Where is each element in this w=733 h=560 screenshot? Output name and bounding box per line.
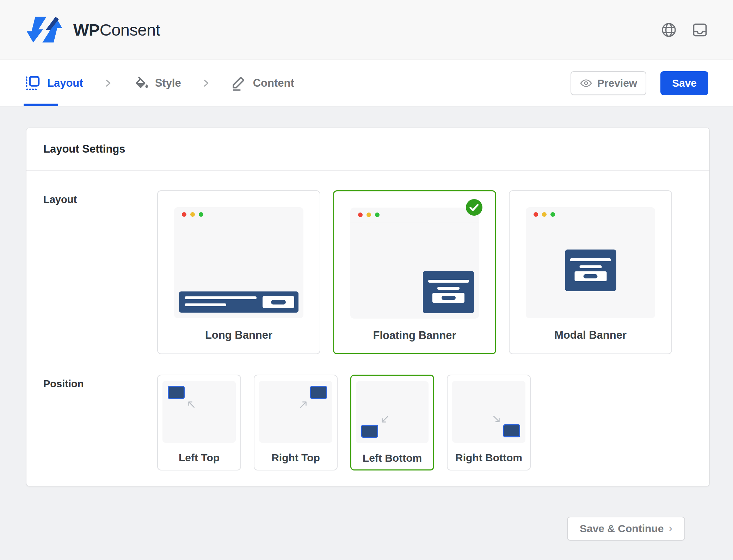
preview-button[interactable]: Preview	[571, 71, 646, 95]
window-dot-green	[550, 212, 555, 217]
position-mockup	[162, 381, 236, 443]
inbox-tray-icon[interactable]	[691, 21, 708, 38]
tabbar-actions: Preview Save	[571, 71, 708, 95]
layout-row: Layout	[43, 190, 692, 354]
save-continue-label: Save & Continue	[580, 523, 664, 535]
position-option-right-bottom[interactable]: Right Bottom	[447, 375, 531, 470]
save-button[interactable]: Save	[660, 71, 708, 95]
main-content: Layout Settings Layout	[0, 106, 733, 541]
pencil-icon	[230, 75, 247, 91]
layout-option-modal-banner[interactable]: Modal Banner	[509, 190, 672, 354]
position-option-label: Right Top	[254, 452, 337, 464]
position-option-left-bottom[interactable]: Left Bottom	[350, 375, 434, 470]
position-mockup	[259, 381, 332, 443]
card-header: Layout Settings	[26, 128, 709, 171]
layout-settings-card: Layout Settings Layout	[26, 128, 710, 486]
tab-style[interactable]: Style	[133, 75, 181, 91]
eye-icon	[580, 77, 592, 90]
banner-text-line	[428, 280, 469, 283]
position-mockup	[452, 381, 525, 443]
tab-content[interactable]: Content	[230, 75, 294, 91]
banner-text-line	[185, 296, 257, 299]
tab-layout[interactable]: Layout	[25, 75, 83, 91]
globe-icon[interactable]	[660, 21, 677, 38]
window-dot-yellow	[190, 212, 195, 217]
layout-icon	[25, 75, 41, 91]
app-header: WPConsent	[0, 0, 733, 60]
layout-option-long-banner[interactable]: Long Banner	[157, 190, 320, 354]
step-tabs: Layout Style Content	[25, 75, 294, 91]
banner-button-shape	[574, 271, 606, 281]
banner-text-line	[437, 287, 460, 290]
banner-position-rect	[503, 424, 520, 437]
position-options: Left Top Right Top	[157, 375, 531, 470]
mockup-titlebar	[350, 208, 479, 222]
browser-mockup	[174, 207, 303, 318]
position-option-right-top[interactable]: Right Top	[254, 375, 338, 470]
banner-position-rect	[310, 386, 327, 399]
position-option-label: Left Top	[158, 452, 240, 464]
arrow-up-right-icon	[299, 399, 309, 409]
save-continue-button[interactable]: Save & Continue ›	[567, 517, 685, 541]
position-row-label: Position	[43, 375, 157, 390]
header-icons	[660, 21, 708, 38]
check-circle-icon	[466, 199, 482, 216]
chevron-right-icon	[103, 78, 113, 88]
active-tab-underline	[24, 104, 58, 106]
browser-mockup	[526, 207, 655, 318]
mockup-body	[174, 222, 303, 318]
long-banner-shape	[179, 291, 298, 313]
position-row: Position Left Top	[43, 375, 692, 470]
layout-option-label: Floating Banner	[334, 329, 495, 342]
window-dot-red	[358, 213, 363, 217]
layout-row-label: Layout	[43, 190, 157, 205]
arrow-down-right-icon	[492, 414, 502, 424]
window-dot-red	[534, 212, 538, 217]
window-dot-green	[375, 213, 380, 217]
floating-banner-shape	[423, 271, 474, 313]
window-dot-yellow	[542, 212, 547, 217]
position-option-left-top[interactable]: Left Top	[157, 375, 241, 470]
mockup-body	[526, 222, 655, 318]
tab-style-label: Style	[155, 77, 181, 90]
card-body: Layout	[26, 171, 709, 486]
layout-options: Long Banner	[157, 190, 672, 354]
layout-option-label: Long Banner	[158, 329, 320, 341]
brand-name-bold: WP	[73, 20, 100, 39]
banner-button-shape	[432, 293, 464, 303]
preview-button-label: Preview	[597, 77, 637, 89]
arrow-up-left-icon	[186, 399, 196, 409]
chevron-right-icon	[201, 78, 211, 88]
window-dot-yellow	[366, 213, 371, 217]
banner-button-shape	[263, 296, 294, 308]
window-dot-green	[199, 212, 203, 217]
banner-text-line	[579, 265, 602, 268]
save-button-label: Save	[672, 77, 697, 89]
position-mockup	[356, 381, 429, 443]
banner-text-line	[570, 258, 611, 261]
layout-option-label: Modal Banner	[510, 329, 671, 341]
window-dot-red	[182, 212, 186, 217]
banner-text-line	[185, 303, 226, 306]
brand-name-rest: Consent	[100, 20, 160, 39]
banner-position-rect	[361, 425, 378, 438]
layout-option-floating-banner[interactable]: Floating Banner	[333, 190, 496, 354]
banner-position-rect	[168, 386, 185, 399]
tab-content-label: Content	[253, 77, 294, 90]
mockup-titlebar	[174, 207, 303, 222]
tab-layout-label: Layout	[47, 77, 83, 90]
banner-button-pill	[584, 274, 598, 278]
wpconsent-logo-mark	[25, 13, 64, 47]
chevron-right-icon: ›	[669, 522, 672, 536]
mockup-body	[350, 222, 479, 319]
page-title: Layout Settings	[43, 143, 692, 155]
brand-name: WPConsent	[73, 20, 160, 39]
arrow-down-left-icon	[380, 415, 389, 425]
paint-bucket-icon	[133, 75, 149, 91]
modal-banner-shape	[565, 250, 616, 291]
banner-button-pill	[271, 300, 286, 304]
banner-button-pill	[442, 296, 456, 300]
footer-bar: Save & Continue ›	[26, 486, 710, 541]
step-tabbar: Layout Style Content	[0, 60, 733, 106]
position-option-label: Left Bottom	[351, 452, 433, 464]
